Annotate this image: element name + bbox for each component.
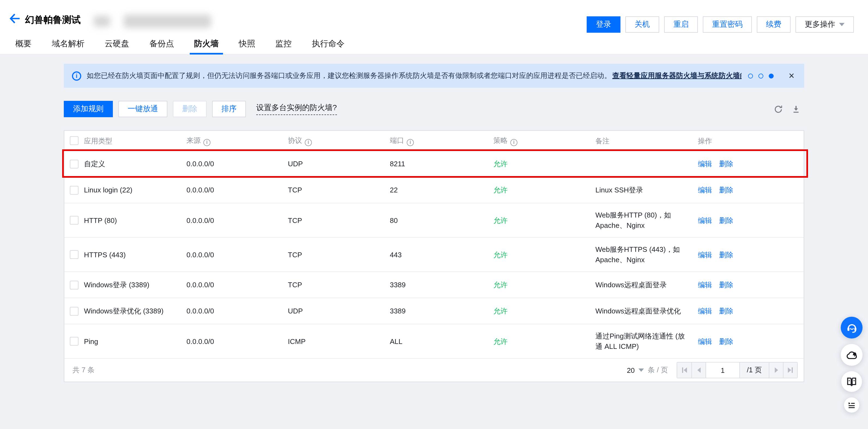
tab-云硬盘[interactable]: 云硬盘 [105, 34, 129, 54]
edit-rule-link[interactable]: 编辑 [698, 160, 712, 168]
rule-row-自定义: 自定义0.0.0.0/0UDP8211允许编辑删除 [64, 151, 804, 177]
tab-快照[interactable]: 快照 [239, 34, 255, 54]
tab-域名解析[interactable]: 域名解析 [52, 34, 85, 54]
cell-remark: Web服务HTTPS (443)，如 Apache、Nginx [595, 244, 698, 265]
more-actions-button[interactable]: 更多操作 [796, 17, 854, 33]
tab-概要[interactable]: 概要 [15, 34, 32, 54]
delete-rule-link[interactable]: 删除 [719, 216, 733, 224]
refresh-icon[interactable] [774, 104, 783, 114]
lighthouse-console-page: 幻兽帕鲁测试 登录 关机 重启 重置密码 续费 更多操作 概要域名解析云硬盘备份… [0, 0, 868, 429]
login-button[interactable]: 登录 [587, 17, 620, 33]
firewall-diff-link[interactable]: 查看轻量应用服务器防火墙与系统防火墙的区别 [612, 71, 742, 81]
column-header: 应用类型 [84, 135, 186, 146]
select-all-checkbox[interactable] [70, 136, 79, 145]
edit-rule-link[interactable]: 编辑 [698, 337, 712, 345]
cell-app-type: Windows登录优化 (3389) [84, 306, 186, 316]
row-checkbox[interactable] [70, 186, 79, 194]
sort-rules-button[interactable]: 排序 [212, 101, 246, 117]
reset-password-button[interactable]: 重置密码 [703, 17, 752, 33]
cell-policy: 允许 [493, 249, 595, 260]
first-page-icon [683, 367, 687, 373]
row-checkbox[interactable] [70, 337, 79, 346]
row-checkbox[interactable] [70, 216, 79, 224]
next-page-button[interactable] [769, 363, 783, 378]
delete-rule-link[interactable]: 删除 [719, 307, 733, 315]
arrow-left-icon [8, 12, 21, 25]
delete-rules-button: 删除 [173, 101, 207, 117]
row-checkbox[interactable] [70, 159, 79, 168]
console-log-button[interactable] [844, 397, 859, 412]
table-footer: 共 7 条 20 条 / 页 /1 页 [64, 359, 804, 381]
download-icon[interactable] [792, 104, 800, 114]
one-click-allow-button[interactable]: 一键放通 [118, 101, 167, 117]
redacted-instance-info [124, 15, 211, 28]
multi-instance-firewall-link[interactable]: 设置多台实例的防火墙? [256, 103, 337, 115]
column-header: 策略i [493, 135, 595, 146]
cell-port: 443 [390, 249, 493, 260]
info-icon[interactable]: i [204, 139, 211, 146]
cell-source: 0.0.0.0/0 [186, 336, 288, 346]
page-number-input[interactable] [706, 363, 739, 378]
tab-执行命令[interactable]: 执行命令 [312, 34, 345, 54]
edit-rule-link[interactable]: 编辑 [698, 281, 712, 289]
cell-remark: Windows远程桌面登录 [595, 280, 698, 290]
delete-rule-link[interactable]: 删除 [719, 160, 733, 168]
edit-rule-link[interactable]: 编辑 [698, 216, 712, 224]
table-body: 自定义0.0.0.0/0UDP8211允许编辑删除Linux login (22… [64, 151, 804, 359]
table-tools [774, 101, 800, 117]
cell-protocol: TCP [288, 249, 390, 260]
cell-app-type: Windows登录 (3389) [84, 280, 186, 290]
edit-rule-link[interactable]: 编辑 [698, 186, 712, 194]
restart-button[interactable]: 重启 [664, 17, 698, 33]
tab-防火墙[interactable]: 防火墙 [194, 34, 219, 54]
cell-source: 0.0.0.0/0 [186, 159, 288, 169]
row-checkbox[interactable] [70, 307, 79, 315]
cell-remark: Linux SSH登录 [595, 185, 698, 195]
last-page-icon [788, 367, 791, 373]
tab-备份点[interactable]: 备份点 [149, 34, 174, 54]
delete-rule-link[interactable]: 删除 [719, 186, 733, 194]
rule-row-Windows登录优化 (3389): Windows登录优化 (3389)0.0.0.0/0UDP3389允许Wind… [64, 298, 804, 324]
cell-app-type: HTTPS (443) [84, 249, 186, 260]
delete-rule-link[interactable]: 删除 [719, 281, 733, 289]
prev-page-button[interactable] [691, 363, 706, 378]
renew-button[interactable]: 续费 [757, 17, 790, 33]
row-checkbox[interactable] [70, 280, 79, 289]
carousel-dot-1[interactable] [748, 73, 753, 78]
delete-rule-link[interactable]: 删除 [719, 250, 733, 259]
edit-rule-link[interactable]: 编辑 [698, 307, 712, 315]
page-size-select[interactable]: 20 条 / 页 [627, 365, 668, 375]
cloud-alert-button[interactable] [841, 344, 863, 366]
carousel-dot-2[interactable] [759, 73, 764, 78]
tab-监控[interactable]: 监控 [275, 34, 292, 54]
info-icon[interactable]: i [305, 139, 312, 146]
cell-policy: 允许 [493, 280, 595, 290]
cell-policy: 允许 [493, 159, 595, 169]
info-icon[interactable]: i [510, 139, 518, 146]
info-icon[interactable]: i [407, 139, 414, 146]
total-count: 共 7 条 [72, 365, 95, 375]
rule-row-HTTP (80): HTTP (80)0.0.0.0/0TCP80允许Web服务HTTP (80)，… [64, 203, 804, 238]
add-rule-button[interactable]: 添加规则 [64, 101, 113, 117]
support-chat-button[interactable] [841, 317, 863, 338]
edit-rule-link[interactable]: 编辑 [698, 250, 712, 259]
back-button[interactable] [8, 12, 22, 26]
cell-protocol: TCP [288, 280, 390, 290]
banner-body: 如您已经在防火墙页面中配置了规则，但仍无法访问服务器端口或业务应用，建议您检测服… [87, 71, 742, 81]
cell-source: 0.0.0.0/0 [186, 185, 288, 195]
cell-source: 0.0.0.0/0 [186, 280, 288, 290]
pagination: /1 页 [677, 362, 798, 378]
first-page-button[interactable] [677, 363, 691, 378]
docs-book-button[interactable] [841, 371, 862, 392]
rule-row-Linux login (22): Linux login (22)0.0.0.0/0TCP22允许Linux SS… [64, 177, 804, 203]
carousel-dot-3[interactable] [769, 73, 774, 78]
delete-rule-link[interactable]: 删除 [719, 337, 733, 345]
last-page-button[interactable] [783, 363, 797, 378]
cell-port: 80 [390, 215, 493, 225]
row-checkbox[interactable] [70, 250, 79, 259]
shutdown-button[interactable]: 关机 [625, 17, 659, 33]
firewall-rules-table: 应用类型来源i协议i端口i策略i备注操作 自定义0.0.0.0/0UDP8211… [64, 130, 804, 382]
column-header: 操作 [698, 135, 804, 146]
close-icon[interactable]: × [789, 71, 795, 81]
firewall-notice-banner: i 如您已经在防火墙页面中配置了规则，但仍无法访问服务器端口或业务应用，建议您检… [64, 64, 804, 88]
